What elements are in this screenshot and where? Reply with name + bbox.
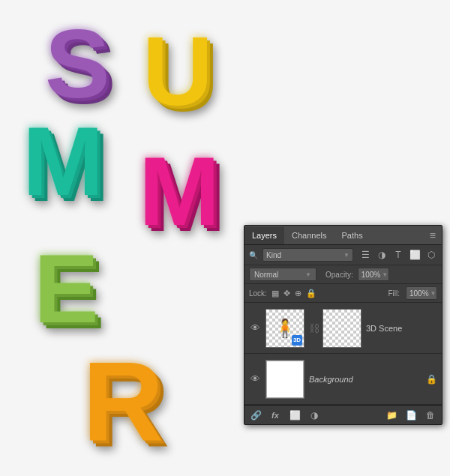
new-layer-icon[interactable]: 📄 <box>404 409 418 422</box>
kind-chevron: ▼ <box>344 252 350 259</box>
add-adjustment-icon[interactable]: ◑ <box>308 409 321 422</box>
letter-r: R <box>82 345 164 457</box>
layer-thumbnail-background <box>266 360 304 399</box>
layer-visibility-3dscene[interactable]: 👁 <box>249 322 261 334</box>
kind-dropdown[interactable]: Kind ▼ <box>262 248 353 262</box>
kind-row: 🔍 Kind ▼ ☰ ◑ T ⬜ ⬡ <box>244 245 442 265</box>
layer-thumbnail-3dscene-mask <box>322 309 362 348</box>
search-icon: 🔍 <box>249 251 258 259</box>
canvas-area: S U M M E R Layers Channels Paths ≡ 🔍 Ki… <box>0 0 450 476</box>
opacity-label: Opacity: <box>326 271 353 279</box>
tab-channels[interactable]: Channels <box>284 226 334 244</box>
lock-position-icon[interactable]: ✥ <box>284 289 290 298</box>
link-layers-icon[interactable]: 🔗 <box>249 409 262 422</box>
smartobject-filter-icon[interactable]: ⬡ <box>425 249 437 261</box>
fill-label: Fill: <box>388 289 400 298</box>
pixel-filter-icon[interactable]: ☰ <box>359 249 371 261</box>
layer-name-3dscene: 3D Scene <box>366 324 437 333</box>
lock-all-icon[interactable]: 🔒 <box>306 289 316 298</box>
fill-input[interactable]: 100% ▼ <box>406 286 437 300</box>
blend-mode-label: Normal <box>254 271 278 279</box>
add-mask-icon[interactable]: ⬜ <box>288 409 302 422</box>
delete-layer-icon[interactable]: 🗑 <box>424 409 437 422</box>
panel-tabs: Layers Channels Paths ≡ <box>244 226 442 245</box>
letter-e: E <box>34 240 99 337</box>
filter-icons: ☰ ◑ T ⬜ ⬡ <box>359 249 437 261</box>
letter-m: M <box>22 112 104 210</box>
shape-filter-icon[interactable]: ⬜ <box>409 249 421 261</box>
lock-move-icon[interactable]: ⊕ <box>295 289 302 298</box>
kind-label: Kind <box>266 251 281 259</box>
fx-icon[interactable]: fx <box>268 409 282 422</box>
blend-row: Normal ▼ Opacity: 100% ▼ <box>244 265 442 284</box>
layers-panel: Layers Channels Paths ≡ 🔍 Kind ▼ ☰ ◑ T ⬜… <box>244 225 442 425</box>
lock-label: Lock: <box>249 289 267 298</box>
lock-row: Lock: ▦ ✥ ⊕ 🔒 Fill: 100% ▼ <box>244 284 442 303</box>
blend-chevron: ▼ <box>305 271 311 278</box>
3d-badge: 3D <box>292 335 302 346</box>
layer-link-3dscene: ⛓ <box>309 322 318 334</box>
tab-paths[interactable]: Paths <box>334 226 370 244</box>
letters-container: S U M M E R <box>22 15 240 457</box>
layer-lock-background: 🔒 <box>426 374 437 385</box>
letter-s: S <box>45 15 110 112</box>
adjustment-filter-icon[interactable]: ◑ <box>376 249 388 261</box>
letter-m2: M <box>139 142 220 240</box>
blend-mode-dropdown[interactable]: Normal ▼ <box>249 268 316 281</box>
lock-pixels-icon[interactable]: ▦ <box>272 289 279 298</box>
layer-row-3dscene[interactable]: 👁 🧍 3D ⛓ 3D Scene <box>244 303 442 354</box>
opacity-input[interactable]: 100% ▼ <box>358 268 389 281</box>
layer-visibility-background[interactable]: 👁 <box>249 373 261 385</box>
layer-name-background: Background <box>309 375 422 384</box>
layer-row-background[interactable]: 👁 Background 🔒 <box>244 354 442 405</box>
panel-bottom-toolbar: 🔗 fx ⬜ ◑ 📁 📄 🗑 <box>244 405 442 424</box>
tab-layers[interactable]: Layers <box>244 226 284 244</box>
layer-thumbnail-3dscene: 🧍 3D <box>266 309 304 348</box>
type-filter-icon[interactable]: T <box>392 249 404 261</box>
letter-u: U <box>142 22 213 120</box>
panel-menu-icon[interactable]: ≡ <box>424 229 442 241</box>
add-folder-icon[interactable]: 📁 <box>385 409 398 422</box>
